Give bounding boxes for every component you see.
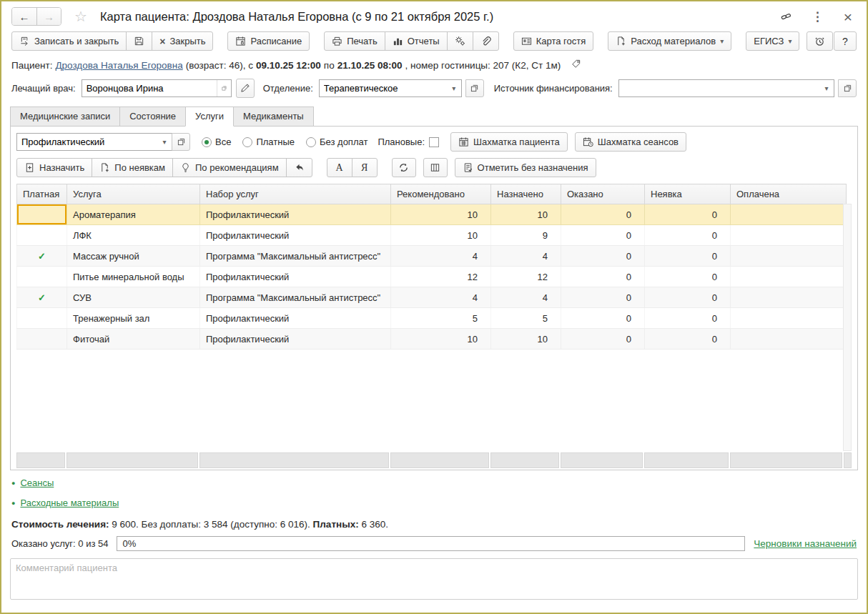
cell-service[interactable]: Фиточай xyxy=(67,329,200,350)
department-input[interactable] xyxy=(320,80,447,96)
cell-paid-check[interactable] xyxy=(17,225,67,246)
cell-provided[interactable]: 0 xyxy=(561,204,645,225)
cell-provided[interactable]: 0 xyxy=(561,308,645,329)
schedule-button[interactable]: Расписание xyxy=(227,31,310,51)
cell-no-show[interactable]: 0 xyxy=(645,287,731,308)
cell-assigned[interactable]: 9 xyxy=(491,225,561,246)
letter-a-button[interactable]: А xyxy=(327,158,352,177)
cell-service[interactable]: Массаж ручной xyxy=(67,246,200,267)
by-no-shows-button[interactable]: По неявкам xyxy=(92,158,173,177)
table-row[interactable]: Ароматерапия Профилактический 10 10 0 0 xyxy=(17,204,847,225)
patient-name-link[interactable]: Дроздова Наталья Егоровна xyxy=(55,60,182,71)
cell-paid-status[interactable] xyxy=(731,267,847,287)
mark-without-assignment-button[interactable]: Отметить без назначения xyxy=(455,158,596,177)
consumables-link[interactable]: Расходные материалы xyxy=(20,497,119,508)
cell-assigned[interactable]: 10 xyxy=(491,329,561,350)
service-set-input[interactable] xyxy=(17,134,157,150)
cell-service[interactable]: СУВ xyxy=(67,287,200,308)
cell-provided[interactable]: 0 xyxy=(561,287,645,308)
cell-assigned[interactable]: 10 xyxy=(491,204,561,225)
by-recommendations-button[interactable]: По рекомендациям xyxy=(172,158,287,177)
doctor-input[interactable] xyxy=(82,80,217,96)
cell-paid-check[interactable] xyxy=(17,308,67,329)
edit-doctor-button[interactable] xyxy=(236,79,255,98)
col-assigned[interactable]: Назначено xyxy=(491,184,561,204)
cell-no-show[interactable]: 0 xyxy=(645,204,731,225)
cell-provided[interactable]: 0 xyxy=(561,267,645,287)
cell-service[interactable]: ЛФК xyxy=(67,225,200,246)
cell-service-set[interactable]: Программа "Максимальный антистресс" xyxy=(200,287,391,308)
table-row[interactable]: ✓ Массаж ручной Программа "Максимальный … xyxy=(17,246,847,267)
doctor-open-button[interactable] xyxy=(217,80,231,96)
cell-no-show[interactable]: 0 xyxy=(645,329,731,350)
cell-service-set[interactable]: Профилактический xyxy=(200,267,391,287)
cell-paid-check[interactable] xyxy=(17,267,67,287)
undo-button[interactable] xyxy=(286,158,312,177)
assign-button[interactable]: Назначить xyxy=(16,158,92,177)
cell-no-show[interactable]: 0 xyxy=(645,225,731,246)
save-button[interactable] xyxy=(126,31,152,51)
table-row[interactable]: Питье минеральной воды Профилактический … xyxy=(17,267,847,287)
help-button[interactable]: ? xyxy=(834,31,857,51)
col-recommended[interactable]: Рекомендовано xyxy=(391,184,491,204)
cell-recommended[interactable]: 5 xyxy=(391,308,491,329)
close-window-button[interactable]: × xyxy=(839,9,857,25)
cell-assigned[interactable]: 5 xyxy=(491,308,561,329)
table-row[interactable]: Тренажерный зал Профилактический 5 5 0 0 xyxy=(17,308,847,329)
cell-recommended[interactable]: 12 xyxy=(391,267,491,287)
cell-service[interactable]: Ароматерапия xyxy=(67,204,200,225)
cell-paid-check[interactable] xyxy=(17,204,67,225)
reports-button[interactable]: Отчеты xyxy=(385,31,448,51)
cell-paid-status[interactable] xyxy=(731,329,847,350)
cell-paid-status[interactable] xyxy=(731,225,847,246)
cell-paid-check[interactable]: ✓ xyxy=(17,287,67,308)
service-set-open-button[interactable] xyxy=(172,133,190,151)
print-button[interactable]: Печать xyxy=(324,31,385,51)
col-no-show[interactable]: Неявка xyxy=(645,184,731,204)
service-set-dropdown-button[interactable]: ▾ xyxy=(157,134,172,150)
sessions-link[interactable]: Сеансы xyxy=(20,477,54,488)
cell-assigned[interactable]: 12 xyxy=(491,267,561,287)
cell-paid-check[interactable] xyxy=(17,329,67,350)
get-link-button[interactable] xyxy=(776,11,796,23)
cell-paid-status[interactable] xyxy=(731,204,847,225)
table-row[interactable]: ✓ СУВ Программа "Максимальный антистресс… xyxy=(17,287,847,308)
cell-service-set[interactable]: Профилактический xyxy=(200,329,391,350)
cell-paid-status[interactable] xyxy=(731,308,847,329)
cell-no-show[interactable]: 0 xyxy=(645,246,731,267)
table-row[interactable]: Фиточай Профилактический 10 10 0 0 xyxy=(17,329,847,350)
vertical-scrollbar[interactable] xyxy=(843,204,852,451)
close-button[interactable]: × Закрыть xyxy=(152,31,213,51)
cell-no-show[interactable]: 0 xyxy=(645,308,731,329)
assignment-drafts-link[interactable]: Черновики назначений xyxy=(754,538,857,549)
attachments-button[interactable] xyxy=(473,31,499,51)
cell-recommended[interactable]: 10 xyxy=(391,204,491,225)
cell-provided[interactable]: 0 xyxy=(561,246,645,267)
planned-checkbox[interactable] xyxy=(429,137,439,147)
patient-comment-input[interactable] xyxy=(10,558,858,600)
cell-provided[interactable]: 0 xyxy=(561,329,645,350)
tab-services[interactable]: Услуги xyxy=(185,107,234,127)
department-open-button[interactable] xyxy=(465,79,484,97)
more-menu-button[interactable]: ⋮ xyxy=(807,9,828,25)
table-row[interactable]: ЛФК Профилактический 10 9 0 0 xyxy=(17,225,847,246)
guest-card-button[interactable]: Карта гостя xyxy=(513,31,594,51)
cell-paid-status[interactable] xyxy=(731,246,847,267)
back-button[interactable]: ← xyxy=(12,8,36,25)
cell-assigned[interactable]: 4 xyxy=(491,246,561,267)
tab-medical-records[interactable]: Медицинские записи xyxy=(10,107,120,127)
cell-service[interactable]: Тренажерный зал xyxy=(67,308,200,329)
cell-service[interactable]: Питье минеральной воды xyxy=(67,267,200,287)
egisz-button[interactable]: ЕГИСЗ ▾ xyxy=(746,31,799,51)
col-paid[interactable]: Платная xyxy=(17,184,67,204)
cell-assigned[interactable]: 4 xyxy=(491,287,561,308)
col-provided[interactable]: Оказано xyxy=(561,184,645,204)
tag-icon[interactable] xyxy=(571,59,581,71)
funding-dropdown-button[interactable]: ▾ xyxy=(819,80,834,96)
cell-recommended[interactable]: 10 xyxy=(391,329,491,350)
radio-all[interactable]: Все xyxy=(202,137,231,147)
column-settings-button[interactable] xyxy=(423,158,448,177)
cell-paid-status[interactable] xyxy=(731,287,847,308)
cell-recommended[interactable]: 4 xyxy=(391,246,491,267)
save-and-close-button[interactable]: Записать и закрыть xyxy=(11,31,127,51)
